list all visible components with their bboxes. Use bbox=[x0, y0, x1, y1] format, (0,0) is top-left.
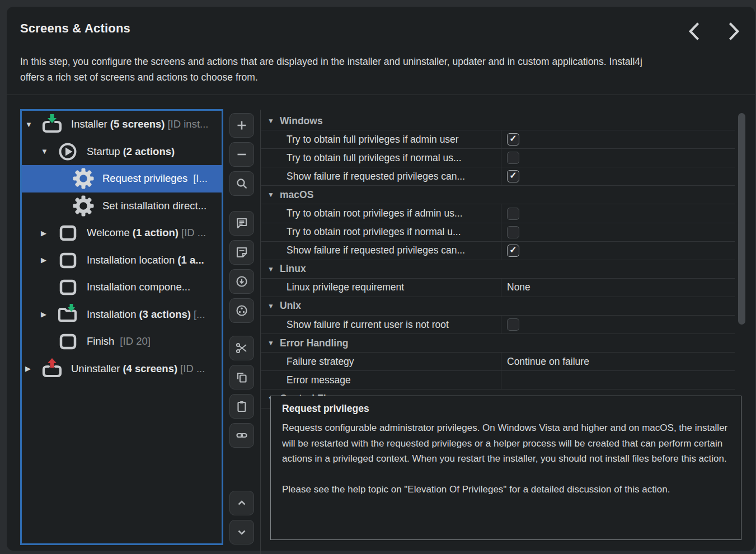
property-row[interactable]: Try to obtain full privileges if admin u… bbox=[261, 130, 735, 149]
screen-icon bbox=[55, 222, 80, 244]
tree-item-startup[interactable]: ▼ Startup(2 actions) bbox=[22, 138, 222, 166]
search-icon bbox=[235, 177, 248, 190]
remove-button[interactable] bbox=[229, 142, 254, 167]
startup-icon bbox=[55, 140, 80, 163]
section-collapse-icon[interactable]: ▼ bbox=[267, 265, 280, 273]
section-collapse-icon[interactable]: ▼ bbox=[267, 302, 280, 310]
property-row[interactable]: Try to obtain full privileges if normal … bbox=[261, 149, 735, 167]
property-label: Failure strategy bbox=[261, 356, 501, 368]
tree-item-installation-location[interactable]: ▶ Installation location(1 a... bbox=[22, 247, 222, 274]
action-description-text: Requests configurable administrator priv… bbox=[282, 420, 730, 467]
section-collapse-icon[interactable]: ▼ bbox=[267, 339, 280, 347]
nav-back-button[interactable] bbox=[684, 21, 705, 43]
property-checkbox[interactable] bbox=[507, 208, 519, 220]
screen-icon bbox=[55, 330, 80, 353]
property-row[interactable]: Try to obtain root privileges if admin u… bbox=[261, 204, 735, 223]
installer-icon bbox=[40, 113, 64, 135]
expander-collapsed-icon[interactable]: ▶ bbox=[25, 364, 40, 373]
property-section-error-handling[interactable]: ▼ Error Handling bbox=[261, 334, 735, 353]
section-collapse-icon[interactable]: ▼ bbox=[267, 117, 280, 125]
move-up-button[interactable] bbox=[229, 491, 254, 515]
comments-button[interactable] bbox=[229, 211, 254, 236]
install-folder-icon bbox=[55, 303, 80, 326]
properties-scrollbar[interactable] bbox=[738, 113, 745, 325]
property-row[interactable]: Show failure if requested privileges can… bbox=[261, 242, 735, 260]
property-section-unix[interactable]: ▼ Unix bbox=[261, 297, 735, 316]
copy-icon bbox=[235, 370, 248, 384]
property-checkbox[interactable]: ✓ bbox=[507, 245, 519, 257]
property-label: Show failure if current user is not root bbox=[261, 319, 501, 331]
property-row[interactable]: Failure strategy Continue on failure bbox=[261, 353, 735, 371]
add-icon bbox=[235, 119, 248, 132]
tree-item-uninstaller[interactable]: ▶ Uninstaller(4 screens)[ID ... bbox=[22, 355, 222, 383]
page-title: Screens & Actions bbox=[20, 21, 130, 36]
expander-collapsed-icon[interactable]: ▶ bbox=[41, 229, 55, 237]
download-circle-icon bbox=[235, 275, 248, 288]
expander-collapsed-icon[interactable]: ▶ bbox=[41, 256, 55, 264]
cut-button[interactable] bbox=[229, 336, 254, 360]
download-action-button[interactable] bbox=[229, 269, 254, 294]
property-checkbox[interactable]: ✓ bbox=[507, 170, 519, 182]
toolbar-properties-divider bbox=[260, 110, 261, 554]
tree-item-request-privileges[interactable]: Request privileges[I... bbox=[22, 165, 222, 193]
property-checkbox[interactable] bbox=[507, 152, 519, 164]
link-button[interactable] bbox=[229, 423, 254, 448]
screen-icon bbox=[55, 276, 80, 298]
property-value[interactable]: Continue on failure bbox=[507, 356, 589, 368]
property-section-macos[interactable]: ▼ macOS bbox=[261, 186, 735, 204]
uninstaller-icon bbox=[40, 358, 64, 380]
step-description: In this step, you configure the screens … bbox=[20, 54, 663, 85]
property-checkbox[interactable] bbox=[507, 318, 519, 331]
tree-item-installer[interactable]: ▼ Installer(5 screens)[ID inst... bbox=[22, 111, 222, 138]
action-description-panel: Request privileges Requests configurable… bbox=[270, 396, 741, 540]
property-row[interactable]: Try to obtain root privileges if normal … bbox=[261, 223, 735, 242]
remove-icon bbox=[235, 148, 248, 161]
checkmark-icon: ✓ bbox=[509, 134, 516, 143]
move-down-button[interactable] bbox=[229, 520, 254, 544]
expander-expanded-icon[interactable]: ▼ bbox=[41, 147, 55, 156]
comment-icon bbox=[235, 217, 248, 230]
note-icon bbox=[235, 246, 248, 259]
header-divider bbox=[7, 95, 755, 95]
property-label: Try to obtain full privileges if normal … bbox=[261, 152, 501, 164]
expander-expanded-icon[interactable]: ▼ bbox=[25, 120, 40, 129]
notes-button[interactable] bbox=[229, 240, 254, 265]
tree-item-installation-components[interactable]: Installation compone... bbox=[22, 274, 222, 301]
section-collapse-icon[interactable]: ▼ bbox=[267, 191, 280, 199]
property-row[interactable]: Show failure if requested privileges can… bbox=[261, 167, 735, 186]
property-row[interactable]: Linux privilege requirement None bbox=[261, 279, 735, 297]
property-row[interactable]: Error message bbox=[261, 371, 735, 389]
tree-item-set-installation-directory[interactable]: Set installation direct... bbox=[22, 193, 222, 220]
cut-icon bbox=[235, 341, 248, 355]
search-button[interactable] bbox=[229, 171, 254, 196]
property-checkbox[interactable] bbox=[507, 226, 519, 238]
property-value[interactable]: None bbox=[507, 281, 530, 293]
property-row[interactable]: Show failure if current user is not root bbox=[261, 316, 735, 334]
plugin-action-button[interactable] bbox=[229, 298, 254, 323]
main-panel: Screens & Actions In this step, you conf… bbox=[7, 7, 755, 551]
add-button[interactable] bbox=[229, 113, 254, 138]
tree-item-finish[interactable]: Finish[ID 20] bbox=[22, 328, 222, 355]
property-section-linux[interactable]: ▼ Linux bbox=[261, 260, 735, 279]
checkmark-icon: ✓ bbox=[509, 171, 516, 180]
property-section-windows[interactable]: ▼ Windows bbox=[261, 112, 735, 130]
plugin-socket-icon bbox=[235, 304, 248, 317]
move-up-icon bbox=[235, 496, 248, 510]
property-label: Try to obtain root privileges if normal … bbox=[261, 226, 501, 238]
screens-actions-tree[interactable]: ▼ Installer(5 screens)[ID inst... ▼ Star… bbox=[20, 109, 223, 545]
tree-item-installation-group[interactable]: ▶ Installation(3 actions)[... bbox=[22, 301, 222, 328]
move-down-icon bbox=[235, 525, 248, 539]
property-label: Show failure if requested privileges can… bbox=[261, 245, 501, 256]
nav-forward-button[interactable] bbox=[723, 21, 744, 43]
gear-action-icon bbox=[71, 167, 96, 190]
tree-item-welcome[interactable]: ▶ Welcome(1 action)[ID ... bbox=[22, 219, 222, 247]
chevron-left-icon bbox=[684, 35, 705, 43]
copy-button[interactable] bbox=[229, 365, 254, 389]
chevron-right-icon bbox=[724, 35, 744, 43]
property-checkbox[interactable]: ✓ bbox=[507, 133, 519, 145]
property-label: Linux privilege requirement bbox=[261, 281, 501, 293]
paste-button[interactable] bbox=[229, 394, 254, 419]
property-label: Show failure if requested privileges can… bbox=[261, 171, 501, 182]
action-description-title: Request privileges bbox=[282, 403, 730, 415]
expander-collapsed-icon[interactable]: ▶ bbox=[41, 310, 55, 318]
